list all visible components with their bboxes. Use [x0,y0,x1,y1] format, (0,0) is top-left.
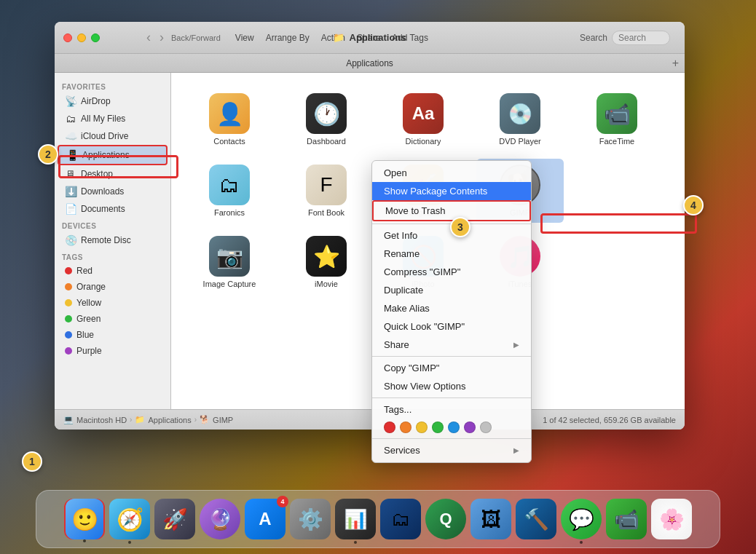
sidebar-item-downloads[interactable]: ⬇️ Downloads [58,183,168,200]
file-facetime[interactable]: 📹 FaceTime [573,87,661,151]
launchpad-icon: 🚀 [154,499,195,539]
breadcrumb-file: GIMP [213,416,233,424]
sidebar-item-tag-purple[interactable]: Purple [58,343,168,359]
minimize-button[interactable] [77,33,86,42]
ctx-share-arrow: ▶ [513,341,519,349]
tag-yellow-circle[interactable] [416,422,428,433]
forward-button[interactable]: › [157,30,167,45]
sidebar-item-applications[interactable]: 📱 Applications [58,145,168,165]
sidebar-item-tag-blue[interactable]: Blue [58,327,168,343]
faronics-icon: 🗂 [209,165,250,205]
sidebar-item-all-my-files[interactable]: 🗂 All My Files [58,110,168,127]
sidebar: Favorites 📡 AirDrop 🗂 All My Files ☁️ iC… [55,73,171,409]
search-input[interactable] [612,31,670,45]
dock-launchpad[interactable]: 🚀 [154,499,195,539]
arrange-by-menu[interactable]: Arrange By [266,33,310,43]
ctx-compress[interactable]: Compress "GIMP" [372,263,531,281]
dock-activity[interactable]: 📊 [335,499,376,539]
dock-messages[interactable]: 💬 [561,499,602,539]
contacts-label: Contacts [213,137,245,146]
tab-label: Applications [346,58,393,68]
file-image-capture[interactable]: 📷 Image Capture [186,230,273,294]
dock-quicken[interactable]: Q [425,499,466,539]
dock-photos[interactable]: 🌸 [651,499,692,539]
dock-preview[interactable]: 🖼 [470,499,511,539]
ctx-rename[interactable]: Rename [372,245,531,263]
status-text: 1 of 42 selected, 659.26 GB available [543,416,676,424]
sidebar-item-desktop[interactable]: 🖥 Desktop [58,165,168,183]
ctx-show-view[interactable]: Show View Options [372,377,531,395]
green-tag-label: Green [76,314,101,324]
activity-dot [354,541,357,544]
file-dictionary[interactable]: Aa Dictionary [379,87,467,151]
airdrop-label: AirDrop [81,96,111,106]
sidebar-item-tag-green[interactable]: Green [58,311,168,327]
dock-appstore[interactable]: A 4 [245,499,286,539]
ctx-duplicate-label: Duplicate [384,285,423,296]
dock-dashboard2[interactable]: 🗂 [380,499,421,539]
ctx-open-label: Open [384,167,407,178]
dashboard-label: Dashboard [307,137,346,146]
all-my-files-label: All My Files [81,114,125,124]
dashboard-icon: 🕐 [306,93,347,134]
search-area: Search [580,31,676,45]
tag-red-circle[interactable] [384,422,395,433]
file-faronics[interactable]: 🗂 Faronics [186,159,273,223]
dock-siri[interactable]: 🔮 [200,499,240,539]
red-tag-dot [65,267,72,274]
tag-gray-circle[interactable] [480,422,492,433]
ctx-sep-4 [372,438,531,439]
favorites-header: Favorites [55,79,170,92]
sidebar-item-icloud-drive[interactable]: ☁️ iCloud Drive [58,127,168,145]
ctx-show-package[interactable]: Show Package Contents [372,182,531,200]
green-tag-dot [65,315,72,322]
dock-finder[interactable]: 🙂 [64,499,105,539]
font-book-label: Font Book [308,208,344,217]
facetime-label: FaceTime [599,137,635,146]
tag-purple-circle[interactable] [464,422,476,433]
dock-safari[interactable]: 🧭 [109,499,150,539]
ctx-quick-look[interactable]: Quick Look "GIMP" [372,317,531,336]
ctx-services[interactable]: Services ▶ [372,441,531,459]
tab-add-button[interactable]: + [672,57,679,70]
file-dashboard[interactable]: 🕐 Dashboard [283,87,370,151]
sidebar-item-airdrop[interactable]: 📡 AirDrop [58,92,168,110]
file-imovie[interactable]: ⭐ iMovie [283,230,370,294]
ctx-open[interactable]: Open [372,164,531,182]
tag-green-circle[interactable] [432,422,444,433]
tag-orange-circle[interactable] [400,422,412,433]
messages-icon: 💬 [561,499,602,539]
sidebar-item-documents[interactable]: 📄 Documents [58,200,168,218]
blue-tag-dot [65,331,72,339]
sidebar-item-tag-red[interactable]: Red [58,263,168,279]
ctx-make-alias[interactable]: Make Alias [372,299,531,317]
ctx-copy[interactable]: Copy "GIMP" [372,359,531,377]
ctx-tags[interactable]: Tags... [372,400,531,419]
ctx-copy-label: Copy "GIMP" [384,363,439,373]
sidebar-item-remote-disc[interactable]: 💿 Remote Disc [58,232,168,249]
remote-disc-label: Remote Disc [81,235,131,245]
ctx-compress-label: Compress "GIMP" [384,266,460,277]
finder-icon: 🙂 [66,499,103,539]
file-dvd-player[interactable]: 💿 DVD Player [476,87,564,151]
sidebar-item-tag-orange[interactable]: Orange [58,279,168,295]
finder-window: ‹ › Back/Forward View Arrange By Action … [55,22,685,430]
back-button[interactable]: ‹ [143,30,154,45]
purple-tag-dot [65,347,72,355]
ctx-share[interactable]: Share ▶ [372,336,531,354]
view-menu[interactable]: View [235,33,254,43]
file-contacts[interactable]: 👤 Contacts [186,87,273,151]
close-button[interactable] [63,33,72,42]
facetime2-icon: 📹 [606,499,647,539]
safari-icon: 🧭 [109,499,150,539]
yellow-tag-label: Yellow [76,298,101,308]
tag-blue-circle[interactable] [448,422,460,433]
ctx-duplicate[interactable]: Duplicate [372,281,531,299]
maximize-button[interactable] [91,33,100,42]
dock-xcode[interactable]: 🔨 [516,499,556,539]
ctx-move-trash[interactable]: Move to Trash [372,200,531,221]
dock-facetime2[interactable]: 📹 [606,499,647,539]
file-font-book[interactable]: F Font Book [283,159,370,223]
sidebar-item-tag-yellow[interactable]: Yellow [58,295,168,311]
dock-settings[interactable]: ⚙️ [290,499,331,539]
